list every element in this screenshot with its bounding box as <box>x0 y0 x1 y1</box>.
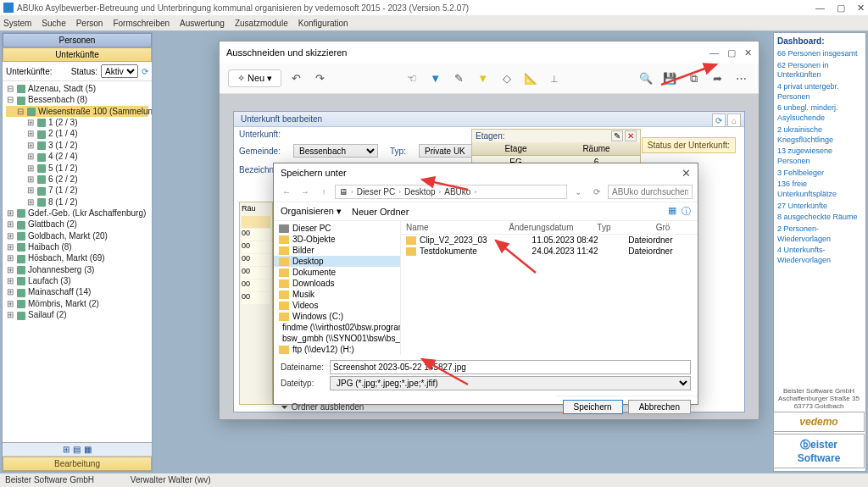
file-list[interactable]: Name Änderungsdatum Typ Grö Clip_V2_2023… <box>401 221 698 355</box>
dashboard-stat[interactable]: 62 Personen in Unterkünften <box>777 60 862 81</box>
more-icon[interactable]: ⋯ <box>732 69 750 88</box>
tree-item[interactable]: ⊞Glattbach (2) <box>6 219 148 230</box>
dashboard-stat[interactable]: 2 Personen-Wiedervorlagen <box>777 224 862 245</box>
tree-item[interactable]: ⊞Haibach (8) <box>6 241 148 252</box>
nav-back-icon[interactable]: ← <box>279 187 294 196</box>
menu-person[interactable]: Person <box>76 19 103 28</box>
help-icon[interactable]: ⓘ <box>682 205 691 218</box>
dashboard-stat[interactable]: 4 Unterkunfts-Wiedervorlagen <box>777 245 862 266</box>
tree-item[interactable]: ⊞Johannesberg (3) <box>6 264 148 275</box>
folder-tree-item[interactable]: Videos <box>274 300 400 311</box>
filter-status-select[interactable]: Aktiv <box>101 64 138 78</box>
menu-formschreiben[interactable]: Formschreiben <box>113 19 170 28</box>
dashboard-stat[interactable]: 4 privat untergebr. Personen <box>777 81 862 102</box>
refresh-icon[interactable]: ⟳ <box>142 67 148 76</box>
bearbeitung-label[interactable]: Bearbeitung <box>3 457 152 471</box>
breadcrumb-dropdown-icon[interactable]: ⌄ <box>570 187 586 196</box>
dashboard-stat[interactable]: 13 zugewiesene Personen <box>777 146 862 167</box>
tree-item[interactable]: ⊞3 (1 / 2) <box>6 140 148 151</box>
menu-auswertung[interactable]: Auswertung <box>180 19 225 28</box>
window-minimize[interactable]: — <box>815 3 825 14</box>
touch-icon[interactable]: ☜ <box>403 69 421 88</box>
share-icon[interactable]: ➦ <box>708 69 726 88</box>
menu-system[interactable]: System <box>3 19 31 28</box>
folder-tree[interactable]: Dieser PC3D-ObjekteBilderDesktopDokument… <box>274 221 401 355</box>
menu-zusatzmodule[interactable]: Zusatzmodule <box>235 19 288 28</box>
dashboard-stat[interactable]: 2 ukrainische Kriegsflüchtlinge <box>777 125 862 146</box>
dashboard-stat[interactable]: 136 freie Unterkunftsplätze <box>777 179 862 200</box>
folder-tree-item[interactable]: Musik <box>274 289 400 300</box>
inner-refresh-icon[interactable]: ⟳ <box>712 113 726 127</box>
hide-folders-toggle[interactable]: ⏷ Ordner ausblenden <box>274 401 370 413</box>
folder-tree-item[interactable]: findme (\\virthost02\bsw.programme) (F:) <box>274 322 400 333</box>
tree-expand-all-icon[interactable]: ⊞ <box>63 445 70 454</box>
neuer-ordner-button[interactable]: Neuer Ordner <box>352 207 409 217</box>
tab-personen[interactable]: Personen <box>3 33 152 47</box>
snip-neu-button[interactable]: ✧ Neu ▾ <box>228 69 281 87</box>
tree-item[interactable]: ⊞6 (2 / 2) <box>6 174 148 185</box>
file-row[interactable]: Testdokumente24.04.2023 11:42Dateiordner <box>401 246 698 257</box>
folder-tree-item[interactable]: Downloads <box>274 278 400 289</box>
pencil-icon[interactable]: ✎ <box>450 69 469 88</box>
tree-item[interactable]: ⊞1 (2 / 3) <box>6 117 148 128</box>
etage-delete-icon[interactable]: ✕ <box>625 130 637 141</box>
folder-tree-item[interactable]: 3D-Objekte <box>274 234 400 245</box>
save-button[interactable]: Speichern <box>563 400 623 414</box>
inner-home-icon[interactable]: ⌂ <box>727 113 741 127</box>
dateityp-select[interactable]: JPG (*.jpg;*.jpeg;*.jpe;*.jfif) <box>330 376 691 390</box>
redo-icon[interactable]: ↷ <box>310 69 329 88</box>
etage-edit-icon[interactable]: ✎ <box>611 130 623 141</box>
nav-up-icon[interactable]: ↑ <box>316 187 331 196</box>
save-icon[interactable]: 💾 <box>660 69 679 88</box>
folder-tree-item[interactable]: Desktop <box>274 256 400 267</box>
tree-item[interactable]: ⊞Hösbach, Markt (69) <box>6 252 148 263</box>
copy-icon[interactable]: ⧉ <box>684 69 703 88</box>
undo-icon[interactable]: ↶ <box>287 69 305 88</box>
tree-item[interactable]: ⊞Mömbris, Markt (2) <box>6 298 148 309</box>
tree[interactable]: ⊟Alzenau, Stadt (5)⊟Bessenbach (8)⊟Wiese… <box>3 81 152 442</box>
tree-item[interactable]: ⊞8 (1 / 2) <box>6 196 148 208</box>
tree-item[interactable]: ⊞Goldbach, Markt (20) <box>6 230 148 241</box>
refresh-icon[interactable]: ⟳ <box>589 187 604 196</box>
dateiname-input[interactable] <box>330 360 691 374</box>
highlighter-icon[interactable]: ▼ <box>474 69 492 88</box>
pen-icon[interactable]: ▼ <box>426 69 445 88</box>
search-input[interactable] <box>608 185 693 199</box>
tree-list-icon[interactable]: ▦ <box>84 445 92 454</box>
folder-tree-item[interactable]: bsw_gmbh (\\SYNO01\bsw\bs_dat) (G:) <box>274 333 400 344</box>
dashboard-stat[interactable]: 27 Unterkünfte <box>777 201 862 213</box>
cancel-button[interactable]: Abbrechen <box>628 400 691 414</box>
gemeinde-select[interactable]: Bessenbach <box>293 144 378 158</box>
folder-tree-item[interactable]: Dieser PC <box>274 223 400 234</box>
dashboard-stat[interactable]: 8 ausgecheckte Räume <box>777 212 862 224</box>
tree-item[interactable]: ⊞Mainaschaff (14) <box>6 286 148 297</box>
tree-item[interactable]: ⊟Wiesenstraße 100 (Sammelunterkunft 1) <box>6 106 148 117</box>
file-row[interactable]: Clip_V2_2023_0311.05.2023 08:42Dateiordn… <box>401 235 698 246</box>
tree-item[interactable]: ⊞Sailauf (2) <box>6 309 148 320</box>
menu-suche[interactable]: Suche <box>42 19 65 28</box>
menu-konfiguration[interactable]: Konfiguration <box>298 19 348 28</box>
snip-maximize[interactable]: ▢ <box>727 47 736 58</box>
breadcrumb[interactable]: 🖥› Dieser PC› Desktop› ABUko› <box>335 185 567 199</box>
nav-fwd-icon[interactable]: → <box>298 187 313 196</box>
folder-tree-item[interactable]: Dokumente <box>274 267 400 278</box>
zoom-icon[interactable]: 🔍 <box>637 69 655 88</box>
snip-minimize[interactable]: — <box>709 47 719 58</box>
view-icon[interactable]: ▦ <box>668 205 676 218</box>
tree-item[interactable]: ⊞Gdef.-Geb. (Lkr Aschaffenburg) <box>6 208 148 219</box>
tree-item[interactable]: ⊞5 (1 / 2) <box>6 163 148 174</box>
tree-item[interactable]: ⊟Alzenau, Stadt (5) <box>6 83 148 94</box>
tree-item[interactable]: ⊟Bessenbach (8) <box>6 94 148 105</box>
save-close-icon[interactable]: ✕ <box>682 167 691 180</box>
tab-unterkuenfte[interactable]: Unterkünfte <box>3 47 152 62</box>
folder-tree-item[interactable]: Windows (C:) <box>274 311 400 322</box>
folder-tree-item[interactable]: ftp (\\dev12) (H:) <box>274 344 400 355</box>
organisieren-button[interactable]: Organisieren ▾ <box>281 206 342 217</box>
crop-icon[interactable]: ⟂ <box>545 69 564 88</box>
window-maximize[interactable]: ▢ <box>837 3 845 14</box>
window-close[interactable]: ✕ <box>857 3 865 14</box>
tree-item[interactable]: ⊞7 (1 / 2) <box>6 185 148 196</box>
dashboard-stat[interactable]: 66 Personen insgesamt <box>777 48 862 60</box>
tree-collapse-icon[interactable]: ▤ <box>73 445 81 454</box>
tree-item[interactable]: ⊞4 (2 / 4) <box>6 151 148 162</box>
